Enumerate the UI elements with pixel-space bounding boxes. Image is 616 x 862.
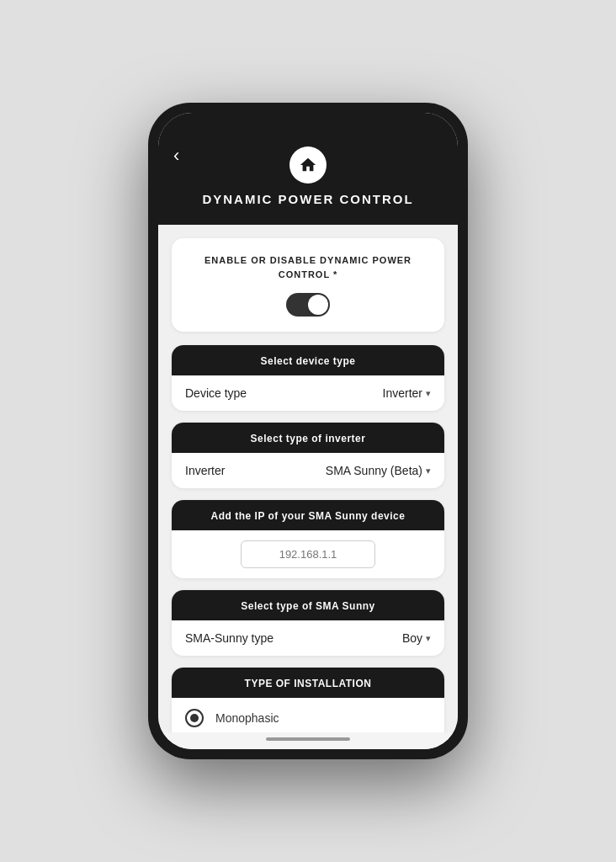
sma-type-header-text: Select type of SMA Sunny	[241, 600, 375, 612]
inverter-type-row[interactable]: Inverter SMA Sunny (Beta) ▾	[172, 453, 444, 488]
inverter-type-value-text: SMA Sunny (Beta)	[326, 464, 422, 477]
toggle-wrapper	[185, 293, 431, 317]
ip-input-wrapper	[172, 530, 444, 578]
ip-section: Add the IP of your SMA Sunny device	[172, 500, 444, 578]
install-row-monophasic[interactable]: Monophasic	[172, 698, 444, 732]
sma-type-header: Select type of SMA Sunny	[172, 590, 444, 620]
sma-type-dropdown-arrow: ▾	[426, 633, 431, 644]
main-content: ENABLE OR DISABLE DYNAMIC POWER CONTROL …	[158, 225, 458, 732]
device-type-header: Select device type	[172, 345, 444, 375]
installation-section: TYPE OF INSTALLATION Monophasic Triphasi…	[172, 668, 444, 732]
ip-header-text: Add the IP of your SMA Sunny device	[211, 510, 406, 522]
page-title: DYNAMIC POWER CONTROL	[202, 192, 413, 206]
device-type-value[interactable]: Inverter ▾	[383, 386, 431, 400]
device-type-row[interactable]: Device type Inverter ▾	[172, 375, 444, 411]
inverter-type-dropdown-arrow: ▾	[426, 466, 431, 476]
sma-type-section: Select type of SMA Sunny SMA-Sunny type …	[172, 590, 444, 656]
radio-inner-monophasic	[190, 714, 199, 722]
device-type-header-text: Select device type	[260, 355, 355, 367]
sma-type-row[interactable]: SMA-Sunny type Boy ▾	[172, 620, 444, 656]
device-type-value-text: Inverter	[383, 386, 422, 400]
device-type-dropdown-arrow: ▾	[426, 388, 431, 399]
radio-monophasic[interactable]	[185, 709, 204, 727]
phone-screen: ‹ DYNAMIC POWER CONTROL ENABLE OR DISABL…	[158, 113, 458, 749]
enable-label: ENABLE OR DISABLE DYNAMIC POWER CONTROL …	[185, 253, 431, 281]
home-bar	[266, 737, 350, 741]
phone-shell: ‹ DYNAMIC POWER CONTROL ENABLE OR DISABL…	[148, 103, 468, 759]
inverter-type-header-text: Select type of inverter	[251, 433, 366, 444]
ip-input[interactable]	[241, 540, 375, 568]
toggle-knob	[308, 295, 328, 315]
device-type-label: Device type	[185, 386, 247, 400]
installation-header: TYPE OF INSTALLATION	[172, 668, 444, 698]
inverter-type-header: Select type of inverter	[172, 423, 444, 453]
home-indicator	[158, 732, 458, 749]
sma-type-value[interactable]: Boy ▾	[402, 631, 431, 645]
ip-header: Add the IP of your SMA Sunny device	[172, 500, 444, 530]
installation-header-text: TYPE OF INSTALLATION	[245, 678, 372, 689]
inverter-type-label: Inverter	[185, 464, 225, 477]
device-type-section: Select device type Device type Inverter …	[172, 345, 444, 411]
home-icon-circle[interactable]	[289, 146, 327, 184]
sma-type-label: SMA-Sunny type	[185, 631, 273, 645]
inverter-type-section: Select type of inverter Inverter SMA Sun…	[172, 423, 444, 488]
inverter-type-value[interactable]: SMA Sunny (Beta) ▾	[326, 464, 431, 477]
home-icon	[299, 156, 317, 174]
install-label-monophasic: Monophasic	[215, 711, 279, 725]
phone-notch	[258, 114, 358, 138]
back-button[interactable]: ‹	[173, 145, 179, 167]
power-toggle[interactable]	[286, 293, 330, 317]
enable-card: ENABLE OR DISABLE DYNAMIC POWER CONTROL …	[172, 238, 444, 332]
sma-type-value-text: Boy	[402, 631, 422, 645]
